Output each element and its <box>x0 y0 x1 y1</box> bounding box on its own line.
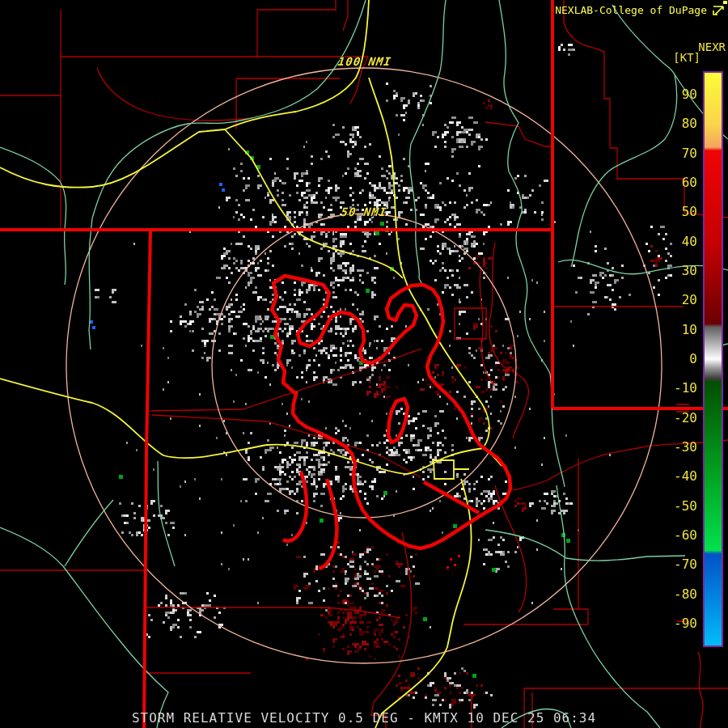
radar-display: 100 NMI 50 NMI NEXLAB-College of DuPage … <box>0 0 728 728</box>
colorbar-tick: 70 <box>682 147 697 160</box>
range-ring-label-100nmi: 100 NMI <box>337 55 392 68</box>
range-rings <box>66 68 662 663</box>
colorbar-tick: 80 <box>682 117 697 130</box>
state-border-lines <box>0 0 728 728</box>
colorbar-tick: -50 <box>674 500 697 513</box>
product-status-text: STORM RELATIVE VELOCITY 0.5 DEG - KMTX 1… <box>0 710 728 726</box>
colorbar-tick: 20 <box>682 294 697 307</box>
colorbar-tick: 60 <box>682 176 697 189</box>
colorbar-tick: 40 <box>682 235 697 248</box>
colorbar-tick: -70 <box>674 558 697 571</box>
colorbar-tick: 10 <box>682 324 697 336</box>
colorbar-tick: 30 <box>682 265 697 277</box>
lake-shoreline <box>272 276 510 569</box>
county-boundary-lines <box>0 0 728 728</box>
colorbar-units-label: [KT] <box>673 51 700 64</box>
site-title: NEXLAB-College of DuPage <box>555 4 707 16</box>
colorbar-product-label: NEXR <box>698 40 726 53</box>
radar-map[interactable] <box>0 0 728 728</box>
river-lines <box>0 0 728 728</box>
range-ring <box>66 68 662 663</box>
range-ring <box>212 214 516 518</box>
cod-logo-icon <box>713 4 725 16</box>
colorbar-tick: -30 <box>674 441 697 454</box>
colorbar-tick: -10 <box>674 382 697 395</box>
colorbar-tick: -60 <box>674 529 697 542</box>
colorbar-tick: -90 <box>674 617 697 630</box>
corner-glyph <box>723 1 727 4</box>
colorbar-tick: 0 <box>689 353 697 366</box>
velocity-color-scale <box>703 71 723 647</box>
colorbar-tick: -40 <box>674 470 697 483</box>
range-ring-label-50nmi: 50 NMI <box>341 205 388 218</box>
colorbar-tick: 90 <box>682 88 697 101</box>
colorbar-tick: -80 <box>674 588 697 601</box>
colorbar-tick: 50 <box>682 205 697 218</box>
colorbar-tick: -20 <box>674 412 697 425</box>
